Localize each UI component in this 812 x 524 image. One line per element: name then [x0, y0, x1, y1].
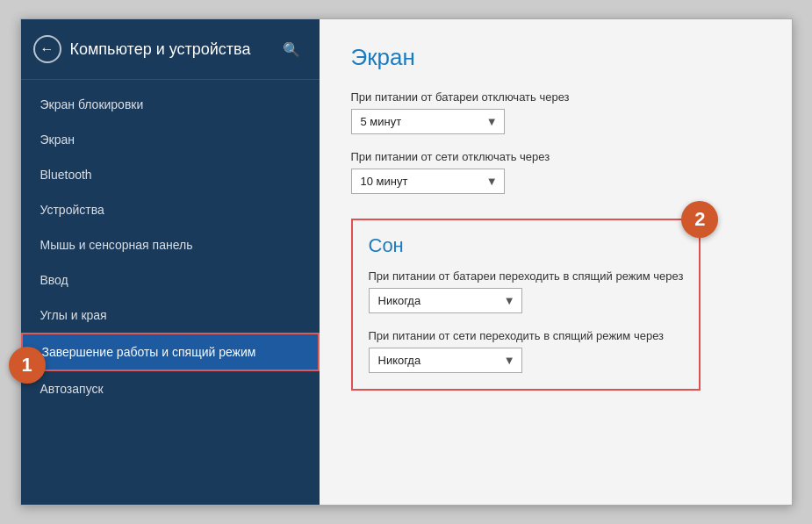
sidebar-item-devices[interactable]: Устройства [21, 192, 320, 227]
sidebar-item-bluetooth[interactable]: Bluetooth [21, 157, 320, 192]
battery-sleep-section: При питании от батареи переходить в спящ… [369, 269, 684, 313]
sidebar-item-corners[interactable]: Углы и края [21, 298, 320, 333]
active-nav-wrapper: Завершение работы и спящий режим 1 [21, 333, 320, 371]
back-button[interactable]: ← [33, 35, 61, 63]
network-off-section: При питании от сети отключать через 10 м… [351, 150, 760, 194]
battery-sleep-label: При питании от батареи переходить в спящ… [369, 269, 684, 283]
sidebar-title: Компьютер и устройства [70, 40, 270, 59]
network-off-label: При питании от сети отключать через [351, 150, 760, 163]
network-sleep-label: При питании от сети переходить в спящий … [369, 329, 684, 342]
sidebar-header: ← Компьютер и устройства 🔍 [21, 19, 320, 80]
network-sleep-section: При питании от сети переходить в спящий … [369, 329, 684, 373]
battery-off-dropdown[interactable]: 5 минут 1 минута 2 минуты 3 минуты 10 ми… [351, 109, 505, 134]
battery-sleep-dropdown-wrapper: Никогда 1 минута 5 минут 10 минут 15 мин… [369, 288, 522, 313]
main-window: ← Компьютер и устройства 🔍 Экран блокиро… [20, 18, 793, 506]
sidebar-item-lock-screen[interactable]: Экран блокировки [21, 87, 320, 122]
battery-off-dropdown-wrapper: 5 минут 1 минута 2 минуты 3 минуты 10 ми… [351, 109, 505, 134]
back-icon: ← [40, 41, 54, 57]
page-title: Экран [351, 44, 760, 71]
network-off-dropdown-wrapper: 10 минут 1 минута 2 минуты 3 минуты 5 ми… [351, 169, 505, 194]
sidebar-item-autoplay[interactable]: Автозапуск [21, 371, 320, 406]
main-content: Экран При питании от батареи отключать ч… [320, 19, 792, 505]
sidebar-nav: Экран блокировки Экран Bluetooth Устройс… [21, 80, 320, 406]
battery-off-section: При питании от батареи отключать через 5… [351, 90, 760, 134]
sleep-title: Сон [369, 234, 684, 257]
network-off-dropdown[interactable]: 10 минут 1 минута 2 минуты 3 минуты 5 ми… [351, 169, 505, 194]
battery-off-label: При питании от батареи отключать через [351, 90, 760, 104]
sleep-section-container: Сон При питании от батареи переходить в … [351, 219, 701, 391]
sidebar-item-screen[interactable]: Экран [21, 122, 320, 157]
badge-2: 2 [681, 201, 718, 238]
sleep-section: Сон При питании от батареи переходить в … [351, 219, 701, 391]
network-sleep-dropdown[interactable]: Никогда 1 минута 5 минут 10 минут 15 мин… [369, 348, 522, 373]
sidebar-item-shutdown[interactable]: Завершение работы и спящий режим [21, 333, 320, 371]
sidebar-item-mouse[interactable]: Мышь и сенсорная панель [21, 227, 320, 262]
badge-1: 1 [9, 347, 46, 384]
sidebar: ← Компьютер и устройства 🔍 Экран блокиро… [21, 19, 320, 505]
battery-sleep-dropdown[interactable]: Никогда 1 минута 5 минут 10 минут 15 мин… [369, 288, 522, 313]
search-icon[interactable]: 🔍 [279, 38, 304, 61]
sidebar-item-input[interactable]: Ввод [21, 262, 320, 298]
network-sleep-dropdown-wrapper: Никогда 1 минута 5 минут 10 минут 15 мин… [369, 348, 522, 373]
